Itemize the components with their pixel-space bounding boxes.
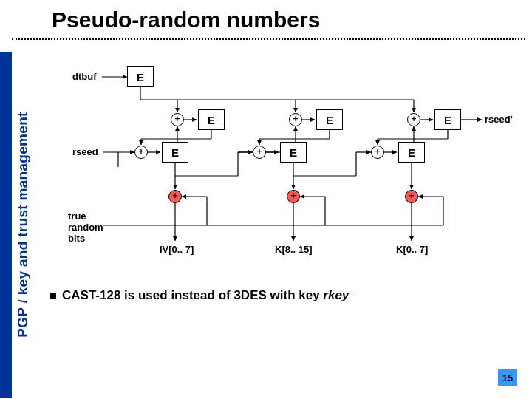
svg-marker-11	[192, 117, 197, 122]
xor-l2: +	[253, 146, 266, 159]
e-box-top: E	[127, 66, 154, 87]
svg-marker-13	[310, 117, 315, 122]
e-box-l1: E	[162, 142, 188, 163]
xor-l1: +	[134, 146, 148, 159]
e-box-u1: E	[198, 109, 225, 130]
label-iv: IV[0.. 7]	[160, 244, 194, 255]
svg-marker-73	[173, 236, 177, 241]
slide-title: Pseudo-random numbers	[52, 7, 320, 33]
svg-marker-7	[293, 108, 298, 112]
svg-marker-56	[412, 126, 416, 131]
label-rseed: rseed	[72, 146, 98, 157]
bullet-icon	[50, 293, 56, 299]
label-k1: K[8.. 15]	[275, 244, 313, 255]
svg-marker-60	[175, 126, 180, 131]
svg-marker-25	[257, 140, 262, 145]
page-number: 15	[498, 369, 517, 386]
svg-marker-68	[300, 194, 304, 199]
svg-marker-37	[392, 150, 397, 154]
xor-b3: +	[405, 190, 418, 203]
svg-marker-41	[291, 185, 296, 189]
xor-u1: +	[171, 113, 184, 126]
svg-marker-17	[477, 117, 482, 122]
xor-b1: +	[168, 190, 182, 203]
svg-marker-49	[293, 126, 298, 131]
diagram: dtbuf rseed truerandombits rseed' E + E …	[44, 59, 517, 266]
svg-marker-9	[412, 108, 416, 112]
xor-u3: +	[407, 113, 420, 126]
xor-l3: +	[371, 146, 384, 159]
svg-marker-43	[409, 185, 414, 189]
svg-marker-5	[175, 108, 180, 112]
svg-marker-29	[375, 140, 380, 145]
label-rseed-prime: rseed'	[485, 114, 513, 125]
sidebar-accent	[0, 52, 12, 398]
svg-marker-65	[182, 194, 186, 199]
label-true-random-bits: truerandombits	[68, 211, 103, 245]
svg-marker-71	[418, 194, 423, 199]
label-dtbuf: dtbuf	[72, 71, 96, 82]
e-box-u3: E	[434, 109, 461, 130]
sidebar-label: PGP / key and trust management	[15, 112, 31, 337]
label-k2: K[0.. 7]	[396, 244, 428, 255]
e-box-u2: E	[316, 109, 343, 130]
sidebar-tag: PGP / key and trust management	[12, 52, 34, 398]
xor-b2: +	[287, 190, 300, 203]
svg-marker-75	[291, 236, 296, 241]
bullet-text: CAST-128 is used instead of 3DES with ke…	[50, 288, 349, 303]
e-box-l3: E	[398, 142, 425, 163]
e-box-l2: E	[280, 142, 307, 163]
svg-marker-33	[156, 150, 160, 154]
xor-u2: +	[289, 113, 302, 126]
slide: Pseudo-random numbers PGP / key and trus…	[0, 0, 532, 399]
diagram-lines	[44, 59, 517, 266]
svg-marker-77	[409, 236, 414, 241]
svg-marker-39	[173, 185, 177, 189]
svg-marker-15	[429, 117, 433, 122]
title-underline	[12, 38, 525, 40]
svg-marker-35	[274, 150, 279, 154]
svg-marker-21	[139, 140, 143, 145]
